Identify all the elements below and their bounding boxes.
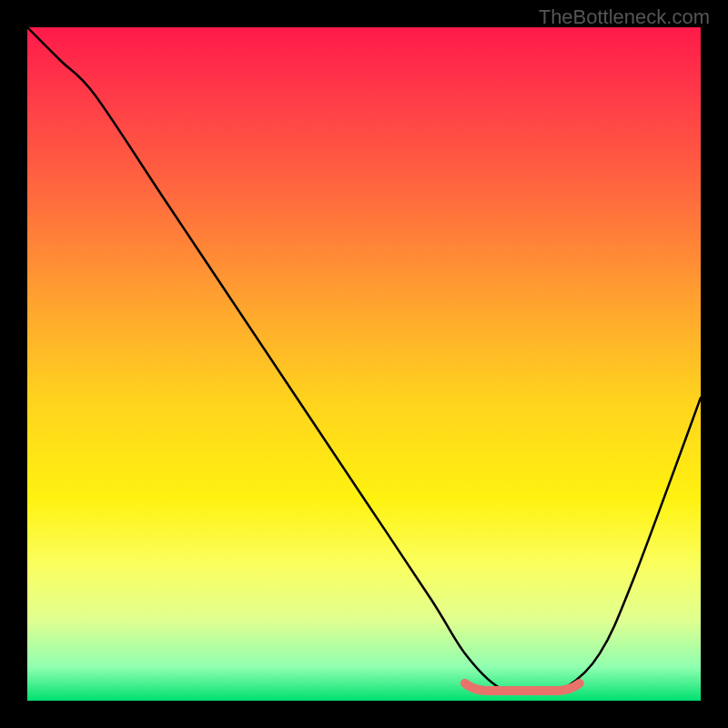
trough-highlight xyxy=(465,683,580,691)
bottleneck-curve-path xyxy=(27,27,701,694)
chart-svg xyxy=(27,27,701,701)
chart-plot-area xyxy=(27,27,701,701)
watermark-text: TheBottleneck.com xyxy=(539,5,710,29)
